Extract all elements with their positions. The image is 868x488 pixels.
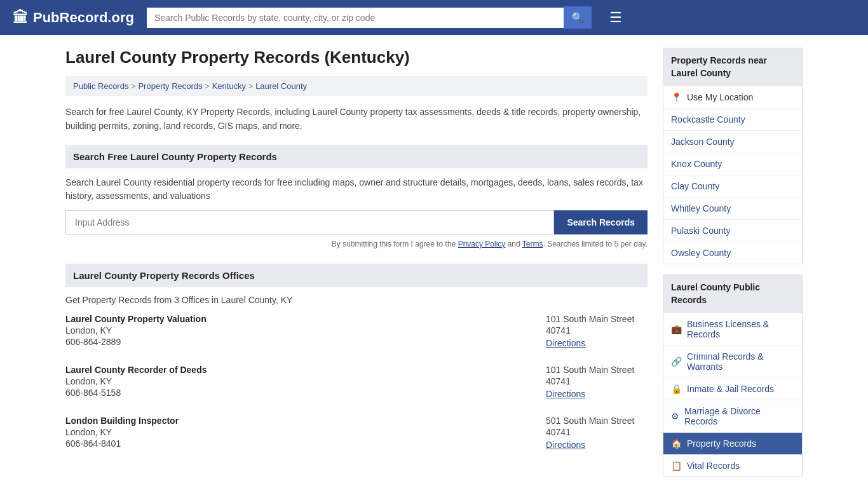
header-search-input[interactable] — [147, 8, 564, 28]
jackson-label: Jackson County — [671, 137, 735, 147]
site-logo[interactable]: 🏛 PubRecord.org — [13, 9, 134, 27]
pulaski-label: Pulaski County — [671, 226, 730, 236]
offices-section: Laurel County Property Records Offices G… — [65, 264, 648, 454]
office-right-3: 501 South Main Street 40741 Directions — [546, 416, 648, 450]
business-licenses-label: Business Licenses & Records — [687, 319, 794, 339]
page-description: Search for free Laurel County, KY Proper… — [65, 105, 648, 133]
logo-text: PubRecord.org — [33, 10, 134, 26]
office-name-2: Laurel County Recorder of Deeds — [65, 365, 207, 375]
breadcrumb: Public Records > Property Records > Kent… — [65, 76, 648, 96]
main-container: Laurel County Property Records (Kentucky… — [53, 35, 815, 488]
briefcase-icon: 💼 — [671, 324, 682, 334]
office-left-3: London Building Inspector London, KY 606… — [65, 416, 179, 450]
page-title: Laurel County Property Records (Kentucky… — [65, 48, 648, 67]
search-section-header: Search Free Laurel County Property Recor… — [65, 145, 648, 168]
breadcrumb-sep-2: > — [205, 82, 210, 91]
public-records-box: Laurel County Public Records 💼 Business … — [663, 274, 803, 477]
form-notice: By submitting this form I agree to the P… — [65, 240, 648, 248]
sidebar-item-jackson[interactable]: Jackson County — [663, 130, 802, 152]
sidebar-item-knox[interactable]: Knox County — [663, 152, 802, 175]
office-zip-1: 40741 — [546, 325, 648, 336]
property-records-label: Property Records — [687, 438, 756, 449]
sidebar-item-use-location[interactable]: 📍 Use My Location — [663, 86, 802, 108]
directions-link-2[interactable]: Directions — [546, 389, 585, 399]
office-entry-1: Laurel County Property Valuation London,… — [65, 314, 648, 352]
content-area: Laurel County Property Records (Kentucky… — [65, 48, 648, 487]
office-city-1: London, KY — [65, 325, 207, 336]
directions-link-1[interactable]: Directions — [546, 338, 585, 348]
sidebar-item-business-licenses[interactable]: 💼 Business Licenses & Records — [663, 313, 802, 345]
use-location-label: Use My Location — [687, 92, 753, 102]
sidebar-item-marriage-records[interactable]: ⚙ Marriage & Divorce Records — [663, 400, 802, 432]
breadcrumb-sep-1: > — [131, 82, 135, 91]
office-phone-2: 606-864-5158 — [65, 388, 207, 398]
hamburger-menu-button[interactable]: ☰ — [609, 10, 622, 26]
office-city-2: London, KY — [65, 376, 207, 386]
sidebar-item-property-records[interactable]: 🏠 Property Records — [663, 432, 802, 454]
offices-desc: Get Property Records from 3 Offices in L… — [65, 295, 648, 305]
breadcrumb-property-records[interactable]: Property Records — [138, 81, 202, 91]
nearby-box-title: Property Records near Laurel County — [663, 48, 802, 86]
office-left-1: Laurel County Property Valuation London,… — [65, 314, 207, 348]
home-icon: 🏠 — [671, 438, 682, 449]
search-row: Search Records — [65, 210, 648, 234]
search-icon: 🔍 — [571, 12, 584, 23]
offices-section-header: Laurel County Property Records Offices — [65, 264, 648, 287]
address-input[interactable] — [65, 210, 554, 234]
sidebar-item-owsley[interactable]: Owsley County — [663, 241, 802, 264]
sidebar-item-pulaski[interactable]: Pulaski County — [663, 219, 802, 241]
directions-link-3[interactable]: Directions — [546, 440, 585, 450]
breadcrumb-laurel-county[interactable]: Laurel County — [255, 81, 307, 91]
terms-link[interactable]: Terms — [522, 240, 543, 248]
public-records-box-title: Laurel County Public Records — [663, 275, 802, 313]
office-zip-3: 40741 — [546, 427, 648, 437]
office-address-3: 501 South Main Street — [546, 416, 648, 426]
inmate-records-label: Inmate & Jail Records — [687, 384, 774, 394]
office-phone-1: 606-864-2889 — [65, 337, 207, 347]
search-section: Search Free Laurel County Property Recor… — [65, 145, 648, 248]
sidebar-item-criminal-records[interactable]: 🔗 Criminal Records & Warrants — [663, 345, 802, 377]
nearby-box: Property Records near Laurel County 📍 Us… — [663, 48, 803, 264]
clay-label: Clay County — [671, 181, 719, 191]
sidebar-item-inmate-records[interactable]: 🔒 Inmate & Jail Records — [663, 377, 802, 400]
breadcrumb-kentucky[interactable]: Kentucky — [212, 81, 246, 91]
office-zip-2: 40741 — [546, 376, 648, 386]
sidebar-item-vital-records[interactable]: 📋 Vital Records — [663, 454, 802, 477]
criminal-records-label: Criminal Records & Warrants — [687, 351, 794, 372]
breadcrumb-sep-3: > — [248, 82, 253, 91]
office-entry-2: Laurel County Recorder of Deeds London, … — [65, 365, 648, 403]
office-entry-3: London Building Inspector London, KY 606… — [65, 416, 648, 454]
owsley-label: Owsley County — [671, 248, 731, 258]
header-search-button[interactable]: 🔍 — [564, 6, 592, 29]
breadcrumb-public-records[interactable]: Public Records — [73, 81, 128, 91]
office-city-3: London, KY — [65, 427, 179, 437]
office-address-2: 101 South Main Street — [546, 365, 648, 375]
whitley-label: Whitley County — [671, 203, 731, 214]
search-records-button[interactable]: Search Records — [554, 210, 648, 234]
sidebar: Property Records near Laurel County 📍 Us… — [663, 48, 803, 487]
logo-icon: 🏛 — [13, 9, 28, 27]
office-address-1: 101 South Main Street — [546, 314, 648, 324]
sidebar-item-rockcastle[interactable]: Rockcastle County — [663, 108, 802, 130]
office-left-2: Laurel County Recorder of Deeds London, … — [65, 365, 207, 399]
notice-text: By submitting this form I agree to the — [332, 240, 458, 248]
hamburger-icon: ☰ — [609, 10, 622, 25]
office-right-1: 101 South Main Street 40741 Directions — [546, 314, 648, 348]
office-right-2: 101 South Main Street 40741 Directions — [546, 365, 648, 399]
search-form-desc: Search Laurel County residential propert… — [65, 176, 648, 203]
privacy-policy-link[interactable]: Privacy Policy — [458, 240, 506, 248]
lock-icon: 🔒 — [671, 384, 682, 394]
sidebar-item-clay[interactable]: Clay County — [663, 175, 802, 197]
sidebar-item-whitley[interactable]: Whitley County — [663, 197, 802, 219]
location-pin-icon: 📍 — [671, 92, 682, 102]
clipboard-icon: 📋 — [671, 461, 682, 471]
rockcastle-label: Rockcastle County — [671, 114, 745, 125]
rings-icon: ⚙ — [671, 411, 679, 421]
office-name-1: Laurel County Property Valuation — [65, 314, 207, 324]
vital-records-label: Vital Records — [687, 461, 740, 471]
header-search-bar: 🔍 — [147, 6, 592, 29]
marriage-records-label: Marriage & Divorce Records — [684, 406, 794, 426]
office-phone-3: 606-864-8401 — [65, 438, 179, 449]
site-header: 🏛 PubRecord.org 🔍 ☰ — [0, 0, 868, 35]
limit-text: . Searches limited to 5 per day. — [543, 240, 648, 248]
